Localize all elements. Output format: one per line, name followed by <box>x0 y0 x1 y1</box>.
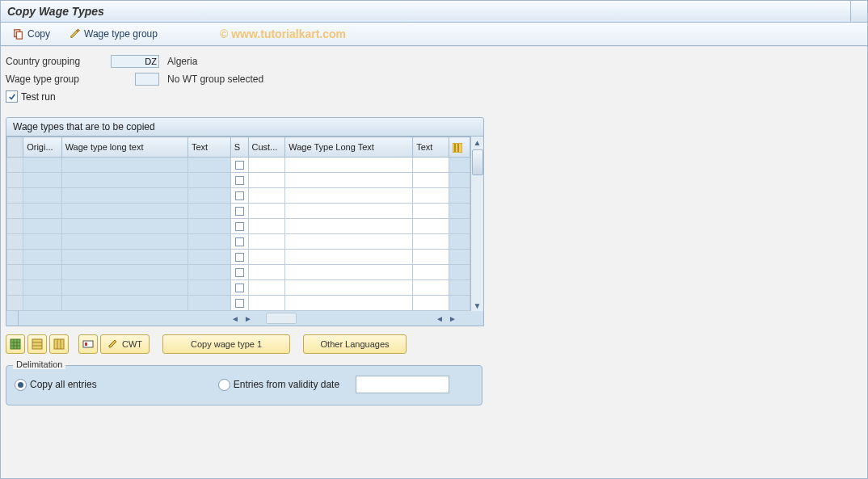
cell-origi[interactable] <box>23 219 61 234</box>
hscroll-left-icon[interactable]: ◄ <box>230 313 241 324</box>
cell-cust[interactable] <box>248 188 285 204</box>
checkbox-icon[interactable] <box>235 284 244 292</box>
cell-text[interactable] <box>188 173 230 188</box>
cell-text[interactable] <box>188 265 230 280</box>
cell-wtlt[interactable] <box>61 219 188 234</box>
row-selector[interactable] <box>7 234 23 250</box>
cell-origi[interactable] <box>23 204 61 219</box>
copy-wage-type-1-button[interactable]: Copy wage type 1 <box>162 334 290 354</box>
table-row[interactable] <box>7 219 470 234</box>
cell-text2[interactable] <box>413 204 449 219</box>
wage-types-table[interactable]: Origi... Wage type long text Text S Cust… <box>6 137 470 311</box>
cell-wtlt2[interactable] <box>285 158 413 173</box>
table-row[interactable] <box>7 234 470 250</box>
checkbox-icon[interactable] <box>235 222 244 231</box>
cell-wtlt[interactable] <box>61 158 188 173</box>
wage-type-group-input[interactable] <box>135 73 159 86</box>
row-selector[interactable] <box>7 280 23 296</box>
cell-origi[interactable] <box>23 188 61 204</box>
btn-icon-4[interactable] <box>78 334 98 354</box>
cell-origi[interactable] <box>23 296 61 311</box>
radio-copy-all-input[interactable] <box>15 379 27 391</box>
horizontal-scrollbar-mid[interactable] <box>263 311 422 326</box>
col-selector[interactable] <box>7 137 23 158</box>
row-selector[interactable] <box>7 219 23 234</box>
cell-cust[interactable] <box>248 280 285 296</box>
col-text-2[interactable]: Text <box>413 137 449 158</box>
cell-text[interactable] <box>188 219 230 234</box>
test-run-checkbox[interactable] <box>6 90 18 103</box>
horizontal-scrollbar-right[interactable]: ◄ ► <box>422 311 470 326</box>
cell-cust[interactable] <box>248 173 285 188</box>
table-row[interactable] <box>7 173 470 188</box>
cell-text2[interactable] <box>413 296 449 311</box>
cell-cust[interactable] <box>248 219 285 234</box>
cell-wtlt[interactable] <box>61 280 188 296</box>
cell-origi[interactable] <box>23 250 61 265</box>
other-languages-button[interactable]: Other Languages <box>303 334 407 354</box>
cell-cust[interactable] <box>248 296 285 311</box>
btn-icon-1[interactable] <box>6 334 25 354</box>
table-row[interactable] <box>7 204 470 219</box>
cell-wtlt2[interactable] <box>285 204 413 219</box>
scroll-down-icon[interactable]: ▼ <box>472 300 483 311</box>
cell-text[interactable] <box>188 250 230 265</box>
cell-cust[interactable] <box>248 265 285 280</box>
horizontal-scrollbar-left[interactable]: ◄ ► <box>221 311 263 326</box>
copy-button[interactable]: Copy <box>7 26 56 42</box>
cell-text[interactable] <box>188 158 230 173</box>
cell-origi[interactable] <box>23 234 61 250</box>
cell-s[interactable] <box>230 204 248 219</box>
hscroll-right-icon-2[interactable]: ► <box>447 313 458 324</box>
radio-from-date-input[interactable] <box>218 379 230 391</box>
cell-origi[interactable] <box>23 173 61 188</box>
table-row[interactable] <box>7 158 470 173</box>
hscroll-track[interactable] <box>266 313 297 324</box>
cell-text2[interactable] <box>413 250 449 265</box>
cell-wtlt[interactable] <box>61 173 188 188</box>
row-selector[interactable] <box>7 265 23 280</box>
col-wage-type-long-text-2[interactable]: Wage Type Long Text <box>285 137 413 158</box>
cell-wtlt2[interactable] <box>285 173 413 188</box>
cell-s[interactable] <box>230 158 248 173</box>
table-row[interactable] <box>7 188 470 204</box>
country-grouping-input[interactable] <box>111 55 159 68</box>
validity-date-input[interactable] <box>356 376 449 393</box>
cell-wtlt[interactable] <box>61 265 188 280</box>
row-selector[interactable] <box>7 173 23 188</box>
checkbox-icon[interactable] <box>235 161 244 170</box>
cell-wtlt[interactable] <box>61 250 188 265</box>
wage-type-group-button[interactable]: Wage type group <box>64 26 163 42</box>
cell-text2[interactable] <box>413 158 449 173</box>
cell-text2[interactable] <box>413 173 449 188</box>
scroll-thumb[interactable] <box>472 149 483 175</box>
cell-text[interactable] <box>188 234 230 250</box>
cell-wtlt[interactable] <box>61 204 188 219</box>
checkbox-icon[interactable] <box>235 237 244 246</box>
cell-wtlt[interactable] <box>61 234 188 250</box>
cell-s[interactable] <box>230 296 248 311</box>
cell-origi[interactable] <box>23 280 61 296</box>
cell-s[interactable] <box>230 188 248 204</box>
row-selector[interactable] <box>7 296 23 311</box>
col-config[interactable] <box>449 137 470 158</box>
btn-icon-2[interactable] <box>27 334 47 354</box>
cell-text[interactable] <box>188 188 230 204</box>
cell-cust[interactable] <box>248 204 285 219</box>
row-selector[interactable] <box>7 188 23 204</box>
cell-s[interactable] <box>230 280 248 296</box>
cell-text2[interactable] <box>413 280 449 296</box>
col-s[interactable]: S <box>230 137 248 158</box>
cell-text2[interactable] <box>413 234 449 250</box>
cell-s[interactable] <box>230 173 248 188</box>
table-row[interactable] <box>7 250 470 265</box>
cwt-button[interactable]: CWT <box>100 334 150 354</box>
scroll-up-icon[interactable]: ▲ <box>472 137 483 148</box>
checkbox-icon[interactable] <box>235 191 244 200</box>
cell-s[interactable] <box>230 219 248 234</box>
cell-cust[interactable] <box>248 234 285 250</box>
radio-from-date[interactable]: Entries from validity date <box>218 376 449 393</box>
cell-s[interactable] <box>230 265 248 280</box>
cell-wtlt2[interactable] <box>285 280 413 296</box>
col-wage-type-long-text[interactable]: Wage type long text <box>61 137 188 158</box>
